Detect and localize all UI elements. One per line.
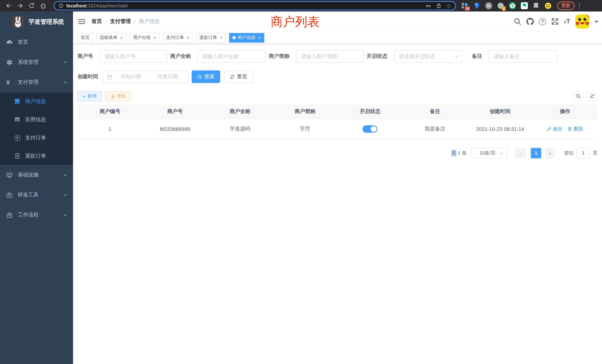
monitor-chart-icon: [6, 172, 13, 178]
address-bar[interactable]: localhost:1024/pay/merchant ☆: [54, 1, 456, 10]
back-icon[interactable]: [6, 3, 12, 9]
show-search-button[interactable]: [573, 91, 583, 101]
filter-row-1: 商户号 商户全称 商户简称 开启状态: [77, 50, 598, 63]
extensions-strip: 10 ⌘ 1 Y: [462, 2, 552, 9]
avatar[interactable]: [575, 14, 589, 29]
ext-proxy-icon[interactable]: 1: [497, 2, 504, 9]
site-info-icon[interactable]: [59, 3, 63, 8]
ext-monkey-icon[interactable]: 10: [462, 2, 469, 9]
dashboard-icon: [6, 39, 13, 45]
goto-label: 前往: [564, 150, 574, 156]
ext-emoji-icon[interactable]: [545, 2, 552, 9]
sidebar-item-payment[interactable]: ¥ 支付管理: [0, 72, 73, 92]
sidebar-item-system[interactable]: 系统管理: [0, 52, 73, 72]
avatar-caret-icon[interactable]: [595, 21, 598, 25]
share-icon[interactable]: [436, 3, 442, 9]
home-icon[interactable]: [40, 3, 46, 9]
breadcrumb: 首页 / 支付管理 / 商户信息: [92, 11, 160, 32]
prev-page-button[interactable]: ‹: [515, 148, 526, 158]
tab-home[interactable]: 首页: [77, 33, 93, 43]
merchant-shortname-input[interactable]: [296, 50, 364, 63]
reset-button[interactable]: 重置: [224, 70, 253, 83]
chevron-down-icon: [455, 55, 459, 58]
start-date-placeholder[interactable]: 开始日期: [115, 73, 147, 80]
sidebar-item-app-info[interactable]: 应用信息: [0, 110, 73, 129]
fullscreen-icon[interactable]: [551, 18, 559, 25]
close-icon[interactable]: ×: [120, 35, 123, 40]
page-size-select[interactable]: 10条/页: [471, 148, 507, 158]
tab-pay-order[interactable]: 支付订单×: [163, 33, 193, 43]
status-select[interactable]: [394, 50, 462, 63]
url-host: localhost: [66, 3, 87, 8]
breadcrumb-current: 商户信息: [139, 18, 160, 25]
sidebar-item-label: 退款订单: [25, 152, 46, 159]
current-page-button[interactable]: 1: [531, 148, 541, 158]
breadcrumb-item[interactable]: 首页: [92, 18, 102, 25]
col-actions: 操作: [533, 105, 598, 119]
end-date-placeholder[interactable]: 结束日期: [152, 73, 184, 80]
forward-icon[interactable]: [17, 3, 23, 9]
sidebar-toggle-icon[interactable]: [78, 18, 85, 25]
search-button[interactable]: 搜索: [192, 70, 220, 83]
extensions-puzzle-icon[interactable]: [533, 2, 540, 9]
tab-refund-order[interactable]: 退款订单×: [196, 33, 226, 43]
goto-page-input[interactable]: [576, 148, 590, 158]
sidebar-item-label: 首页: [18, 39, 28, 46]
payment-submenu: 商户信息 应用信息 ¥ 支付订单 退款订单: [0, 92, 73, 165]
merchant-fullname-input[interactable]: [198, 50, 266, 63]
refresh-button[interactable]: [587, 91, 597, 101]
close-icon[interactable]: ×: [258, 35, 261, 40]
close-icon[interactable]: ×: [186, 35, 189, 40]
sidebar-item-infrastructure[interactable]: 基础设施: [0, 165, 73, 185]
sidebar-item-pay-order[interactable]: ¥ 支付订单: [0, 129, 73, 147]
table-header-row: 商户编号 商户号 商户全称 商户简称 开启状态 备注 创建时间 操作: [77, 105, 598, 119]
reload-icon[interactable]: [29, 3, 35, 9]
sidebar-item-merchant-info[interactable]: 商户信息: [0, 92, 73, 110]
sidebar-item-workflow[interactable]: 工作流程: [0, 205, 73, 225]
breadcrumb-item[interactable]: 支付管理: [110, 18, 131, 25]
tab-merchant-info[interactable]: 商户信息×: [229, 33, 264, 43]
delete-link[interactable]: 删除: [568, 126, 583, 132]
yen-circle-icon: ¥: [14, 135, 20, 141]
sidebar-item-label: 研发工具: [18, 192, 39, 198]
search-icon[interactable]: [514, 18, 521, 25]
sidebar-item-label: 工作流程: [18, 212, 39, 218]
ext-pin-icon[interactable]: [473, 2, 480, 9]
ext-command-icon[interactable]: ⌘: [485, 2, 492, 9]
top-navbar: 首页 / 支付管理 / 商户信息 商户列表 ? TT: [73, 11, 602, 32]
tab-process-form[interactable]: 流程表单×: [96, 33, 126, 43]
cell-create-time: 2021-10-23 08:31:14: [468, 119, 533, 139]
next-page-button[interactable]: ›: [545, 148, 555, 158]
tab-user-group[interactable]: 用户分组×: [129, 33, 159, 43]
briefcase-icon: [6, 192, 13, 198]
key-icon[interactable]: [426, 3, 431, 9]
chevron-down-icon: [500, 152, 503, 155]
app-logo-row[interactable]: 芋道管理系统: [0, 11, 73, 32]
ext-flag-icon[interactable]: [521, 2, 528, 9]
chrome-update-button[interactable]: 更新: [557, 1, 575, 10]
sidebar-item-refund-order[interactable]: 退款订单: [0, 147, 73, 165]
browser-menu-icon[interactable]: [578, 3, 580, 8]
sidebar-item-home[interactable]: 首页: [0, 32, 73, 52]
close-icon[interactable]: ×: [220, 35, 223, 40]
remark-input[interactable]: [489, 50, 557, 63]
ext-y-icon[interactable]: Y: [509, 2, 516, 9]
export-button[interactable]: 导出: [105, 91, 131, 101]
plus-icon: +: [83, 94, 86, 99]
github-icon[interactable]: [526, 18, 534, 25]
navbar-actions: ? TT: [514, 11, 598, 32]
add-button[interactable]: + 新增: [77, 91, 102, 101]
goto-unit: 页: [593, 150, 598, 156]
col-merchant-no: 商户号: [142, 105, 208, 119]
merchant-no-input[interactable]: [100, 50, 167, 63]
close-icon[interactable]: ×: [153, 35, 156, 40]
merchant-no-label: 商户号: [77, 53, 100, 60]
status-toggle[interactable]: [363, 125, 377, 132]
edit-link[interactable]: 修改: [547, 126, 562, 132]
help-icon[interactable]: ?: [539, 18, 546, 25]
font-size-icon[interactable]: TT: [564, 19, 570, 24]
date-range-picker[interactable]: 开始日期 - 结束日期: [103, 70, 188, 83]
bookmark-star-icon[interactable]: ☆: [447, 3, 451, 8]
app-root: localhost:1024/pay/merchant ☆ 10 ⌘ 1 Y: [0, 0, 602, 364]
sidebar-item-dev-tools[interactable]: 研发工具: [0, 185, 73, 205]
